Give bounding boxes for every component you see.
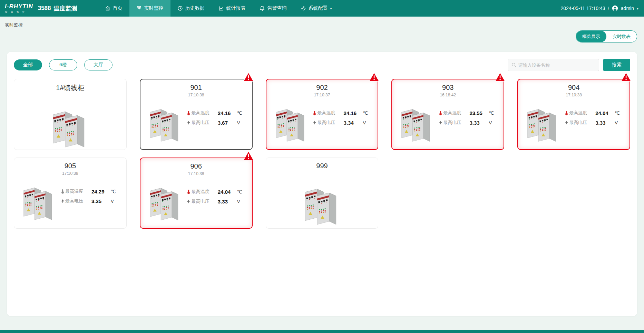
device-readings: 最高温度 24.04 ℃ 最高电压 3.33 V bbox=[564, 110, 622, 126]
nav-item-home[interactable]: 首页 bbox=[98, 0, 129, 17]
device-readings: 最高温度 23.55 ℃ 最高电压 3.33 V bbox=[438, 110, 496, 126]
separator: / bbox=[608, 6, 609, 11]
max-temp-value: 24.16 bbox=[218, 110, 237, 116]
device-timestamp: 17:10:38 bbox=[518, 93, 630, 97]
user-avatar-icon bbox=[612, 5, 618, 11]
max-volt-label: 最高电压 bbox=[192, 198, 218, 204]
thermometer-icon bbox=[186, 189, 192, 194]
max-volt-value: 3.34 bbox=[344, 120, 363, 126]
volt-unit: V bbox=[615, 120, 622, 125]
alarm-icon bbox=[243, 72, 254, 82]
toggle-overview-view[interactable]: 概览展示 bbox=[576, 31, 606, 42]
temp-unit: ℃ bbox=[489, 111, 496, 116]
search-input[interactable] bbox=[518, 63, 595, 68]
footer-bar bbox=[0, 330, 644, 333]
toggle-realtime-table-view[interactable]: 实时数表 bbox=[606, 31, 637, 42]
device-card-903[interactable]: 903 16:18:42 最高温度 23.55 ℃ 最高电压 3.33 V bbox=[391, 79, 504, 150]
device-card-906[interactable]: 906 17:10:38 最高温度 24.04 ℃ 最高电压 3.33 V bbox=[140, 158, 253, 229]
nav-label: 历史数据 bbox=[185, 5, 205, 11]
volt-unit: V bbox=[237, 199, 245, 204]
device-title: 904 bbox=[518, 84, 630, 92]
cabinet-image bbox=[146, 98, 185, 142]
nav-item-statistics-report[interactable]: 统计报表 bbox=[212, 0, 253, 17]
cabinet-image bbox=[398, 98, 436, 142]
max-temp-label: 最高温度 bbox=[192, 110, 218, 116]
device-timestamp: 16:18:42 bbox=[392, 93, 504, 97]
filter-hall-button[interactable]: 大厅 bbox=[84, 59, 113, 70]
max-volt-value: 3.33 bbox=[469, 120, 489, 126]
home-icon bbox=[105, 6, 110, 11]
nav-label: 系统配置 bbox=[309, 5, 328, 11]
device-timestamp: 17:10:38 bbox=[140, 93, 252, 97]
filter-floor6-button[interactable]: 6楼 bbox=[49, 59, 77, 70]
max-volt-label: 最高电压 bbox=[569, 120, 595, 126]
device-card-905[interactable]: 905 17:10:38 最高温度 24.29 ℃ 最高电压 3.35 V bbox=[14, 158, 127, 229]
max-temp-value: 24.04 bbox=[595, 110, 615, 116]
device-timestamp: 17:10:38 bbox=[140, 171, 252, 176]
app-name: 温度监测 bbox=[54, 4, 77, 12]
view-toggle: 概览展示 实时数表 bbox=[576, 30, 637, 42]
app-header: I-RHYTIN 瑞 霆 智 汇 3588 温度监测 首页 实时监控 历史数据 … bbox=[0, 0, 644, 17]
temp-unit: ℃ bbox=[111, 189, 118, 194]
temp-unit: ℃ bbox=[237, 111, 245, 116]
max-volt-label: 最高电压 bbox=[65, 198, 91, 204]
header-user-area: 2024-05-11 17:10:43 / admin ▾ bbox=[561, 0, 638, 17]
chevron-down-icon: ▾ bbox=[330, 7, 332, 10]
device-card-902[interactable]: 902 17:10:37 最高温度 24.16 ℃ 最高电压 3.34 V bbox=[266, 79, 379, 150]
thermometer-icon bbox=[564, 111, 569, 115]
device-card-grid: 1#馈线柜 901 17:10:38 最高温度 24.16 ℃ 最高电压 3 bbox=[14, 79, 630, 229]
volt-unit: V bbox=[363, 120, 371, 125]
nav-item-system-config[interactable]: 系统配置 ▾ bbox=[294, 0, 339, 17]
temp-unit: ℃ bbox=[615, 111, 622, 116]
max-volt-label: 最高电压 bbox=[443, 120, 469, 126]
device-timestamp bbox=[14, 94, 126, 98]
max-temp-value: 24.04 bbox=[218, 189, 237, 195]
nav-item-alarm-query[interactable]: 告警查询 bbox=[253, 0, 294, 17]
device-card-999[interactable]: 999 bbox=[266, 158, 379, 229]
username[interactable]: admin bbox=[621, 6, 634, 11]
device-readings: 最高温度 24.16 ℃ 最高电压 3.67 V bbox=[186, 110, 245, 126]
thermometer-icon bbox=[312, 111, 318, 115]
voltage-bolt-icon bbox=[60, 199, 65, 203]
device-title: 906 bbox=[140, 162, 252, 170]
user-chevron-down-icon[interactable]: ▾ bbox=[637, 7, 638, 10]
cabinet-image bbox=[301, 177, 343, 225]
max-volt-label: 最高电压 bbox=[192, 120, 218, 126]
max-temp-label: 最高温度 bbox=[318, 110, 344, 116]
max-volt-value: 3.33 bbox=[595, 120, 615, 126]
volt-unit: V bbox=[489, 120, 496, 125]
temp-unit: ℃ bbox=[363, 111, 371, 116]
device-card-901[interactable]: 901 17:10:38 最高温度 24.16 ℃ 最高电压 3.67 V bbox=[140, 79, 253, 150]
brand-name: I-RHYTIN bbox=[5, 3, 33, 10]
alarm-icon bbox=[243, 151, 254, 161]
device-title: 901 bbox=[140, 84, 252, 92]
max-volt-value: 3.67 bbox=[218, 120, 237, 126]
nav-label: 首页 bbox=[113, 5, 123, 11]
device-search-box[interactable] bbox=[508, 59, 599, 71]
device-timestamp: 17:10:38 bbox=[14, 171, 126, 176]
device-readings: 最高温度 24.16 ℃ 最高电压 3.34 V bbox=[312, 110, 371, 126]
max-temp-value: 23.55 bbox=[469, 110, 489, 116]
gear-icon bbox=[301, 6, 306, 11]
search-button[interactable]: 搜索 bbox=[603, 59, 630, 71]
brand-logo: I-RHYTIN 瑞 霆 智 汇 bbox=[5, 0, 33, 17]
device-card-feeder1[interactable]: 1#馈线柜 bbox=[14, 79, 127, 150]
device-title: 902 bbox=[266, 84, 378, 92]
cabinet-image bbox=[49, 100, 91, 148]
nav-label: 告警查询 bbox=[267, 5, 287, 11]
nav-item-realtime-monitor[interactable]: 实时监控 bbox=[129, 0, 170, 17]
device-readings: 最高温度 24.04 ℃ 最高电压 3.33 V bbox=[186, 189, 245, 204]
filter-all-button[interactable]: 全部 bbox=[14, 59, 42, 70]
cabinet-image bbox=[524, 98, 562, 142]
device-title: 999 bbox=[266, 162, 378, 170]
bell-icon bbox=[260, 6, 265, 11]
temp-unit: ℃ bbox=[237, 189, 245, 194]
device-title: 1#馈线柜 bbox=[14, 83, 126, 93]
thermometer-icon bbox=[186, 111, 192, 115]
max-temp-label: 最高温度 bbox=[65, 188, 91, 194]
clock-icon bbox=[177, 6, 183, 11]
nav-item-history-data[interactable]: 历史数据 bbox=[170, 0, 212, 17]
device-title: 905 bbox=[14, 162, 126, 170]
device-card-904[interactable]: 904 17:10:38 最高温度 24.04 ℃ 最高电压 3.33 V bbox=[517, 79, 630, 150]
max-volt-value: 3.35 bbox=[91, 198, 111, 204]
